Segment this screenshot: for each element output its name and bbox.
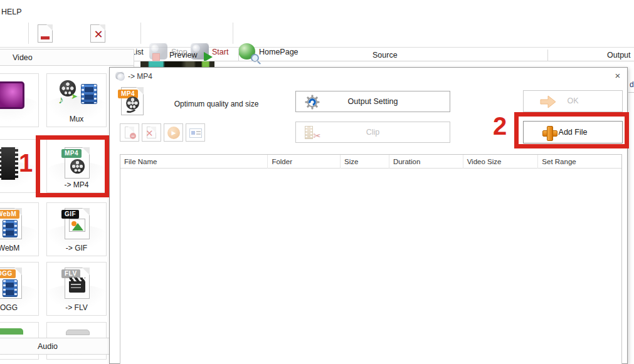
- output-column-header[interactable]: Output: [607, 51, 631, 60]
- close-icon: ×: [615, 70, 621, 81]
- column-header-file-name[interactable]: File Name: [120, 155, 268, 169]
- sidebar-item-label: OGG: [0, 303, 38, 312]
- output-setting-button[interactable]: Output Setting: [295, 91, 450, 112]
- toolbar-separator: [28, 23, 29, 44]
- file-table-body-empty: [120, 169, 621, 364]
- format-description: Optimum quality and size: [163, 100, 270, 108]
- scissors-icon: ✂: [313, 130, 321, 142]
- column-separator: [547, 49, 548, 61]
- flv-file-icon: FLV: [65, 268, 90, 299]
- toolbar-separator: [140, 23, 141, 44]
- remove-icon: [38, 24, 53, 43]
- gear-icon: [305, 95, 320, 110]
- sidebar-item-label: -> FLV: [47, 303, 106, 312]
- ok-label: OK: [524, 91, 622, 112]
- annotation-label-step1: 1: [19, 150, 33, 175]
- partial-icon: [0, 328, 23, 335]
- toolbar-separator: [233, 23, 233, 44]
- mux-icon: ♪ ➤: [51, 75, 103, 112]
- column-header-duration[interactable]: Duration: [389, 155, 463, 169]
- column-header-set-range[interactable]: Set Range: [538, 155, 621, 169]
- gif-file-icon: GIF: [65, 208, 90, 239]
- ogg-file-icon: OGG: [0, 268, 22, 299]
- partial-icon: [66, 330, 90, 335]
- annotation-box-step1: [36, 135, 109, 197]
- sidebar-item-gif[interactable]: GIF -> GIF: [46, 202, 107, 256]
- column-separator: [238, 49, 239, 61]
- sidebar-item-mux[interactable]: ♪ ➤ Mux: [46, 73, 107, 127]
- column-header-folder[interactable]: Folder: [268, 155, 341, 169]
- background-text-fragment: d: [630, 80, 634, 89]
- source-list-header: Preview Source Output: [134, 49, 634, 61]
- mp4-format-icon: MP4: [121, 87, 144, 115]
- close-button[interactable]: ×: [610, 69, 625, 83]
- video-screen-icon: [0, 81, 24, 109]
- ok-button: OK: [523, 90, 623, 112]
- sidebar-item-label: WebM: [0, 244, 38, 252]
- help-menu[interactable]: HELP: [1, 8, 22, 16]
- app-icon: [115, 71, 124, 80]
- annotation-label-step2: 2: [493, 113, 507, 138]
- annotation-box-step2: [514, 112, 629, 148]
- ok-arrow-icon: [540, 95, 556, 108]
- background-line-fragment: [628, 92, 634, 93]
- clear-files-button: ✕: [142, 123, 161, 142]
- play-button: ▶: [164, 123, 183, 142]
- column-header-video-size[interactable]: Video Size: [463, 155, 539, 169]
- sidebar-item-ogg[interactable]: OGG OGG: [0, 262, 39, 316]
- clip-button: ✂ Clip: [295, 122, 450, 143]
- toolbar: Option Remove ✕ Clear List Stop Start Ho…: [0, 19, 634, 48]
- column-header-size[interactable]: Size: [341, 155, 389, 169]
- sidebar-item-webm[interactable]: WebM WebM: [0, 202, 39, 256]
- source-column-header[interactable]: Source: [372, 51, 398, 60]
- sidebar-item-label: -> GIF: [47, 244, 106, 252]
- properties-button: [186, 123, 205, 142]
- dialog-title: -> MP4: [128, 72, 152, 81]
- properties-icon: [189, 128, 202, 138]
- clear-list-icon: ✕: [90, 24, 105, 43]
- sidebar-item-flv[interactable]: FLV -> FLV: [46, 262, 107, 316]
- filmstrip-icon: [0, 147, 18, 180]
- file-table-header: File Name Folder Size Duration Video Siz…: [120, 155, 621, 169]
- webm-file-icon: WebM: [0, 208, 22, 239]
- play-icon: ▶: [167, 127, 180, 139]
- sidebar-item-label: Mux: [47, 115, 106, 123]
- remove-file-button: −: [120, 123, 139, 142]
- file-table: File Name Folder Size Duration Video Siz…: [120, 154, 622, 364]
- preview-column-header[interactable]: Preview: [169, 51, 197, 60]
- video-section-header[interactable]: Video: [0, 49, 134, 66]
- clip-icon: ✂: [305, 126, 320, 140]
- sidebar-item-partial-video[interactable]: [0, 73, 39, 127]
